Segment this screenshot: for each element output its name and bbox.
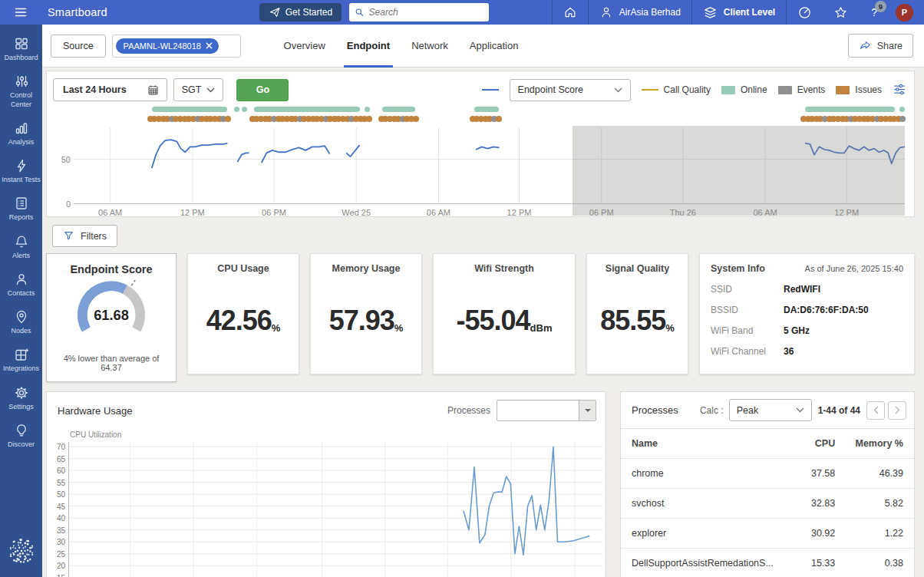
endpoint-score-card: Endpoint Score 61.68 4% lower than avera… <box>46 253 177 382</box>
time-range-button[interactable]: Last 24 Hours <box>53 78 167 101</box>
next-page-button[interactable] <box>888 401 906 420</box>
filters-label: Filters <box>81 231 107 242</box>
table-row[interactable]: explorer30.921.22 <box>621 519 914 549</box>
column-header-memory[interactable]: Memory % <box>840 429 914 459</box>
activity-button[interactable] <box>787 0 823 25</box>
metric-cards-row: Endpoint Score 61.68 4% lower than avera… <box>46 253 915 382</box>
lightning-icon <box>14 158 29 173</box>
issue-dot <box>366 116 372 122</box>
signal-quality-card: Signal Quality 85.55% <box>586 253 688 374</box>
integrations-grid-plus-icon <box>14 347 29 362</box>
chevron-right-icon <box>895 406 900 414</box>
event-dot <box>899 116 906 122</box>
hamburger-icon <box>13 5 28 20</box>
source-tag-input[interactable]: PAAMNL-WL248018 <box>112 35 241 58</box>
cpu-usage-value: 42.56% <box>194 305 292 337</box>
client-level-selector[interactable]: Client Level <box>692 0 786 25</box>
system-info-row: BSSIDDA:D6:76:6F:DA:50 <box>711 305 903 315</box>
x-axis-label: 06 AM <box>753 208 777 217</box>
online-dot <box>234 107 239 112</box>
legend-settings-icon[interactable] <box>893 83 906 97</box>
metric-select[interactable]: Endpoint Score <box>510 79 631 101</box>
table-row[interactable]: DellSupportAssistRemedationS...15.330.38 <box>621 549 914 577</box>
issue-dot <box>413 116 419 122</box>
endpoint-score-line-sample <box>482 89 499 91</box>
wifi-strength-value: -55.04dBm <box>440 305 569 337</box>
search-input[interactable] <box>369 7 484 18</box>
source-button[interactable]: Source <box>51 35 106 58</box>
time-range-label: Last 24 Hours <box>63 84 127 95</box>
timezone-select[interactable]: SGT <box>173 78 224 101</box>
y-axis-label: 0 <box>51 199 71 209</box>
svg-text:61.68: 61.68 <box>94 307 129 323</box>
gear-icon <box>14 385 29 401</box>
smartboard-screen: Smartboard Get Started AirAsia Berhad Cl… <box>0 0 924 577</box>
system-info-row: WiFi Channel36 <box>711 346 903 357</box>
timeline-x-axis: 06 AM12 PM06 PMWed 2506 AM12 PM06 PMThu … <box>74 208 905 219</box>
time-selection-region[interactable] <box>573 126 905 216</box>
favorites-button[interactable] <box>823 0 859 25</box>
home-button[interactable] <box>553 0 588 25</box>
x-axis-label: Thu 26 <box>670 208 696 217</box>
calc-label: Calc : <box>700 405 724 416</box>
sidebar-item-integrations[interactable]: Integrations <box>0 341 42 379</box>
cpu-usage-card: CPU Usage 42.56% <box>187 253 299 374</box>
calc-select-value: Peak <box>737 405 759 416</box>
chevron-left-icon <box>873 406 879 414</box>
x-axis-label: 12 PM <box>507 208 532 217</box>
hardware-axis-title: CPU Utilization <box>70 430 121 439</box>
timeline-chart[interactable]: 500 06 AM12 PM06 PMWed 2506 AM12 PM06 PM… <box>74 107 905 214</box>
sidebar-item-alerts[interactable]: Alerts <box>0 229 42 266</box>
sidebar-item-instant-tests[interactable]: Instant Tests <box>0 153 42 190</box>
user-avatar[interactable]: P <box>896 4 913 21</box>
table-row[interactable]: svchost32.835.82 <box>621 489 914 519</box>
sliders-icon <box>14 74 29 89</box>
rocket-icon <box>269 6 281 18</box>
sidebar-item-reports[interactable]: Reports <box>0 190 42 228</box>
share-icon <box>859 39 872 52</box>
y-axis-label: 45 <box>47 503 65 511</box>
y-axis-label: 35 <box>47 526 65 535</box>
hardware-processes-combobox[interactable] <box>497 400 596 421</box>
tab-overview[interactable]: Overview <box>273 25 336 68</box>
system-info-row: SSIDRedWIFI <box>711 284 903 295</box>
online-dot <box>899 107 905 112</box>
tab-network[interactable]: Network <box>401 25 459 68</box>
topbar: Smartboard Get Started AirAsia Berhad Cl… <box>0 0 924 25</box>
help-button[interactable]: ? 9 <box>859 0 889 25</box>
tab-endpoint[interactable]: Endpoint <box>336 25 401 68</box>
filters-button[interactable]: Filters <box>52 225 117 247</box>
y-axis-label: 40 <box>47 514 65 523</box>
sidebar-item-settings[interactable]: Settings <box>0 380 42 417</box>
get-started-button[interactable]: Get Started <box>259 3 342 21</box>
online-bar <box>474 107 499 112</box>
contact-person-icon <box>14 272 29 287</box>
x-axis-label: 06 PM <box>262 208 286 217</box>
table-row[interactable]: chrome37.5846.39 <box>621 459 914 489</box>
chevron-down-icon <box>206 87 215 93</box>
go-button[interactable]: Go <box>236 79 289 101</box>
y-axis-label: 55 <box>47 479 65 487</box>
events-swatch <box>778 86 792 94</box>
calc-select[interactable]: Peak <box>729 399 812 421</box>
share-button[interactable]: Share <box>848 34 913 58</box>
view-tabs: Overview Endpoint Network Application <box>273 25 530 68</box>
sidebar-item-control-center[interactable]: Control Center <box>0 68 42 115</box>
account-selector[interactable]: AirAsia Berhad <box>589 0 691 25</box>
system-info-row: WiFi Band5 GHz <box>711 325 903 336</box>
tab-application[interactable]: Application <box>459 25 530 68</box>
remove-tag-icon[interactable] <box>206 42 213 49</box>
home-icon <box>563 5 577 19</box>
sidebar-item-nodes[interactable]: Nodes <box>0 304 42 341</box>
hamburger-menu-button[interactable] <box>0 0 41 25</box>
sidebar-item-dashboard[interactable]: Dashboard <box>0 31 42 68</box>
bar-chart-icon <box>14 120 29 136</box>
hardware-usage-title: Hardware Usage <box>58 405 133 417</box>
column-header-cpu[interactable]: CPU <box>800 429 840 459</box>
previous-page-button[interactable] <box>866 401 885 420</box>
sidebar-item-discover[interactable]: Discover <box>0 417 42 455</box>
sidebar-item-contacts[interactable]: Contacts <box>0 266 42 304</box>
sidebar-item-analysis[interactable]: Analysis <box>0 115 42 153</box>
combobox-dropdown-icon[interactable] <box>579 401 596 420</box>
column-header-name[interactable]: Name <box>621 429 800 459</box>
